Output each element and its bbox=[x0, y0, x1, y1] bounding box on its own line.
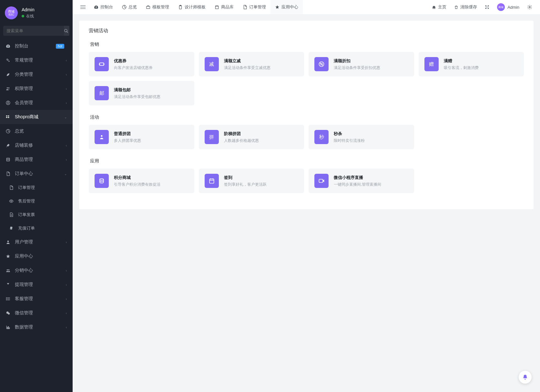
sidebar-item-label: 分类管理 bbox=[15, 72, 33, 77]
sidebar-item-member[interactable]: 会员管理‹ bbox=[0, 96, 73, 110]
app-card-signin[interactable]: 签到 签到享好礼，客户更活跃 bbox=[199, 169, 304, 193]
app-card-free-shipping[interactable]: 邮 满额包邮 满足活动条件享受包邮优惠 bbox=[89, 81, 194, 105]
sidebar-item-aftersale[interactable]: 售后管理 bbox=[0, 194, 73, 208]
nav-user[interactable]: 商城 Admin bbox=[493, 0, 523, 14]
file-icon bbox=[243, 5, 247, 9]
app-card-full-reduce[interactable]: 减 满额立减 满足活动条件享受立减优惠 bbox=[199, 52, 304, 76]
star-icon bbox=[275, 5, 280, 9]
sidebar-item-decorate[interactable]: 店铺装修‹ bbox=[0, 138, 73, 152]
app-card-group[interactable]: 普通拼团 多人拼团享优惠 bbox=[89, 125, 194, 149]
svg-point-3 bbox=[9, 61, 9, 62]
sidebar-item-order-mgmt[interactable]: 订单管理 bbox=[0, 181, 73, 194]
app-card-ladder-group[interactable]: 拼 阶梯拼团 人数越多价格越优惠 bbox=[199, 125, 304, 149]
app-card-coupon[interactable]: 优惠券 向客户发送店铺优惠券 bbox=[89, 52, 194, 76]
svg-point-0 bbox=[65, 29, 67, 32]
svg-rect-9 bbox=[6, 158, 9, 161]
tab-app-center[interactable]: 应用中心 bbox=[270, 0, 303, 14]
sidebar-item-invoice[interactable]: 订单发票 bbox=[0, 208, 73, 221]
sidebar-item-auth[interactable]: 权限管理‹ bbox=[0, 82, 73, 96]
app-card-live[interactable]: 微信小程序直播 一键同步直播间,管理直播间 bbox=[309, 169, 414, 193]
sidebar-item-order-center[interactable]: 订单中心⌄ bbox=[0, 167, 73, 181]
sidebar-menu: 控制台hot 常规管理‹ 分类管理‹ 权限管理‹ 会员管理‹ Shopro商城⌄… bbox=[0, 39, 73, 334]
app-card-seckill[interactable]: 秒 秒杀 限时特卖引流涨粉 bbox=[309, 125, 414, 149]
tab-order-mgmt[interactable]: 订单管理 bbox=[238, 0, 270, 14]
app-card-full-discount[interactable]: 满额折扣 满足活动条件享受折扣优惠 bbox=[309, 52, 414, 76]
app-card-full-gift[interactable]: 赠 满赠 吸引客流，刺激消费 bbox=[419, 52, 524, 76]
sidebar-item-dashboard[interactable]: 控制台hot bbox=[0, 39, 73, 53]
svg-rect-49 bbox=[209, 179, 214, 183]
float-notification-button[interactable] bbox=[519, 371, 532, 384]
expand-icon bbox=[485, 5, 489, 9]
sidebar-item-category[interactable]: 分类管理‹ bbox=[0, 67, 73, 82]
sidebar-item-shopro[interactable]: Shopro商城⌄ bbox=[0, 110, 73, 124]
app-icon bbox=[314, 174, 329, 188]
sidebar-item-wechat[interactable]: 微信管理‹ bbox=[0, 306, 73, 320]
tab-goods-lib[interactable]: 商品库 bbox=[210, 0, 238, 14]
svg-rect-35 bbox=[147, 6, 150, 9]
tab-label: 控制台 bbox=[100, 4, 113, 10]
nav-cache-label: 清除缓存 bbox=[460, 4, 477, 10]
app-card-title: 积分商城 bbox=[114, 175, 160, 181]
leaf-icon bbox=[6, 72, 12, 77]
search-input[interactable] bbox=[3, 26, 64, 36]
hamburger-icon bbox=[80, 5, 86, 10]
svg-point-45 bbox=[322, 64, 323, 65]
app-card-desc: 满足活动条件享受立减优惠 bbox=[224, 65, 270, 71]
user-circle-icon bbox=[6, 101, 12, 105]
sidebar-item-withdraw[interactable]: 提现管理‹ bbox=[0, 278, 73, 292]
trash-icon bbox=[454, 5, 458, 9]
app-icon: 秒 bbox=[314, 130, 329, 144]
search-icon bbox=[64, 29, 68, 33]
sidebar-item-goods[interactable]: 商品管理‹ bbox=[0, 152, 73, 167]
search-button[interactable] bbox=[64, 26, 69, 36]
tab-label: 订单管理 bbox=[249, 4, 266, 10]
sidebar-toggle[interactable] bbox=[76, 5, 89, 10]
section-title: 营销 bbox=[89, 42, 524, 47]
sidebar-item-label: 充值订单 bbox=[18, 225, 35, 231]
app-card-title: 满额包邮 bbox=[114, 87, 160, 93]
home-icon bbox=[432, 5, 436, 9]
tab-label: 设计师模板 bbox=[185, 4, 206, 10]
chevron-left-icon: ‹ bbox=[66, 311, 67, 315]
nav-fullscreen[interactable] bbox=[481, 0, 493, 14]
sidebar-item-overview[interactable]: 总览 bbox=[0, 124, 73, 138]
svg-point-17 bbox=[8, 270, 9, 271]
tab-designer[interactable]: 设计师模板 bbox=[174, 0, 210, 14]
app-card-title: 微信小程序直播 bbox=[334, 175, 381, 181]
app-card-points[interactable]: 积分商城 引导客户积分消费有效促活 bbox=[89, 169, 194, 193]
tab-dashboard[interactable]: 控制台 bbox=[89, 0, 117, 14]
tab-template[interactable]: 模板管理 bbox=[141, 0, 174, 14]
svg-point-2 bbox=[7, 59, 8, 61]
sidebar-item-service[interactable]: 客服管理‹ bbox=[0, 292, 73, 306]
content-area: 营销活动 营销 优惠券 向客户发送店铺优惠券 减 满额立减 满足活动条件享受立减… bbox=[73, 14, 540, 392]
nav-settings[interactable] bbox=[523, 0, 536, 14]
sidebar-item-general[interactable]: 常规管理‹ bbox=[0, 53, 73, 67]
chevron-left-icon: ‹ bbox=[66, 269, 67, 272]
svg-point-47 bbox=[101, 135, 103, 137]
nav-home[interactable]: 主页 bbox=[428, 0, 450, 14]
nav-clear-cache[interactable]: 清除缓存 bbox=[450, 0, 481, 14]
tab-overview[interactable]: 总览 bbox=[117, 0, 141, 14]
app-card-desc: 限时特卖引流涨粉 bbox=[334, 138, 365, 143]
app-icon bbox=[314, 57, 329, 71]
chevron-left-icon: ‹ bbox=[66, 144, 67, 147]
avatar-sub: B2C bbox=[8, 13, 14, 16]
svg-rect-53 bbox=[319, 179, 323, 182]
sidebar-item-recharge[interactable]: 充值订单 bbox=[0, 221, 73, 235]
sidebar-item-user-mgmt[interactable]: 用户管理‹ bbox=[0, 235, 73, 249]
yen-icon bbox=[6, 282, 12, 287]
sidebar-item-label: 客服管理 bbox=[15, 296, 33, 302]
sidebar-user[interactable]: 商城 B2C Admin 在线 bbox=[0, 0, 73, 26]
avatar-text: 商城 bbox=[8, 10, 15, 13]
sidebar-item-label: 提现管理 bbox=[15, 282, 33, 288]
sidebar-item-label: 售后管理 bbox=[18, 198, 35, 204]
section: 应用 积分商城 引导客户积分消费有效促活 签到 签到享好礼，客户更活跃 微信小程… bbox=[89, 158, 524, 193]
topbar: 控制台 总览 模板管理 设计师模板 商品库 订单管理 应用中心 主页 bbox=[73, 0, 540, 14]
sidebar-item-data[interactable]: 数据管理‹ bbox=[0, 320, 73, 334]
users-cog-icon bbox=[6, 86, 12, 91]
badge: hot bbox=[56, 44, 64, 49]
sidebar-item-distribution[interactable]: 分销中心‹ bbox=[0, 263, 73, 278]
status-dot-icon bbox=[22, 15, 24, 17]
sidebar-item-app-center[interactable]: 应用中心 bbox=[0, 249, 73, 263]
app-card-desc: 吸引客流，刺激消费 bbox=[444, 65, 479, 71]
